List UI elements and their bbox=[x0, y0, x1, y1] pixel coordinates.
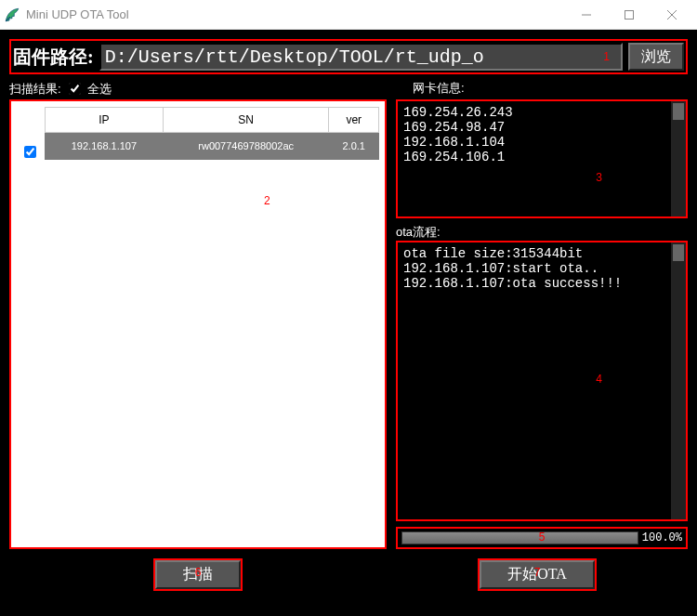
scan-result-panel: IP SN ver 192.168.1.107 rw0077469788002a… bbox=[9, 99, 387, 549]
progress-row: 100.0% 5 bbox=[396, 527, 688, 549]
window-minimize-button[interactable] bbox=[565, 0, 608, 30]
window-titlebar: Mini UDP OTA Tool bbox=[0, 0, 697, 30]
annotation-6: 6 bbox=[195, 566, 202, 579]
annotation-1: 1 bbox=[603, 50, 610, 63]
browse-button[interactable]: 浏览 bbox=[628, 43, 684, 71]
firmware-path-row: 固件路径: 浏览 bbox=[9, 39, 688, 74]
annotation-5: 5 bbox=[539, 531, 546, 544]
select-all-checkbox[interactable] bbox=[69, 83, 81, 95]
scan-result-header: 扫描结果: 全选 bbox=[9, 80, 112, 98]
scan-result-table: IP SN ver 192.168.1.107 rw0077469788002a… bbox=[45, 107, 379, 160]
col-ver[interactable]: ver bbox=[329, 108, 379, 133]
window-title: Mini UDP OTA Tool bbox=[26, 7, 565, 21]
table-row[interactable]: 192.168.1.107 rw0077469788002ac 2.0.1 bbox=[46, 133, 379, 160]
annotation-7: 7 bbox=[534, 566, 541, 579]
nic-info-list[interactable]: 169.254.26.243 169.254.98.47 192.168.1.1… bbox=[398, 101, 671, 216]
ota-flow-log[interactable]: ota file size:315344bit 192.168.1.107:st… bbox=[398, 242, 671, 519]
annotation-4: 4 bbox=[596, 373, 602, 386]
select-all-label: 全选 bbox=[87, 81, 112, 98]
annotation-3: 3 bbox=[596, 171, 602, 184]
ota-flow-panel: ota file size:315344bit 192.168.1.107:st… bbox=[396, 241, 688, 521]
firmware-path-input[interactable] bbox=[99, 43, 623, 71]
row-checkbox-wrap bbox=[20, 143, 39, 161]
progress-bar bbox=[401, 531, 638, 544]
progress-text: 100.0% bbox=[642, 531, 682, 544]
nic-info-panel: 169.254.26.243 169.254.98.47 192.168.1.1… bbox=[396, 99, 688, 218]
ota-scrollbar[interactable] bbox=[671, 242, 686, 519]
col-ip[interactable]: IP bbox=[46, 108, 164, 133]
row-checkbox[interactable] bbox=[24, 146, 36, 158]
cell-ver: 2.0.1 bbox=[329, 133, 379, 160]
app-icon bbox=[4, 7, 20, 23]
annotation-2: 2 bbox=[264, 194, 270, 207]
svg-rect-1 bbox=[625, 10, 634, 19]
window-maximize-button[interactable] bbox=[608, 0, 651, 30]
ota-flow-label: ota流程: bbox=[396, 224, 688, 241]
cell-ip: 192.168.1.107 bbox=[46, 133, 164, 160]
firmware-path-label: 固件路径: bbox=[13, 45, 94, 70]
scan-result-label: 扫描结果: bbox=[9, 81, 61, 98]
window-close-button[interactable] bbox=[651, 0, 693, 30]
nic-scrollbar[interactable] bbox=[671, 101, 686, 216]
cell-sn: rw0077469788002ac bbox=[163, 133, 329, 160]
nic-info-label: 网卡信息: bbox=[413, 81, 465, 95]
col-sn[interactable]: SN bbox=[163, 108, 329, 133]
